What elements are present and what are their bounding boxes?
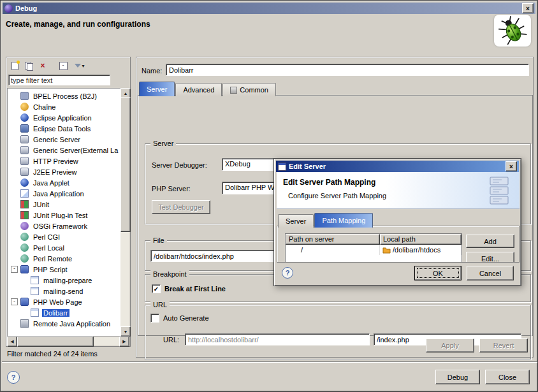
filter-menu-arrow-icon: ▾ — [82, 63, 84, 69]
collapse-all-button[interactable]: - — [57, 60, 69, 72]
tree-item-mailing-prepare[interactable]: mailing-prepare — [8, 275, 129, 286]
remote-java-icon — [20, 319, 29, 328]
server-debugger-label: Server Debugger: — [152, 161, 207, 169]
url-base-input[interactable] — [185, 333, 370, 345]
perl-remote-icon — [20, 254, 29, 263]
add-mapping-button[interactable]: Add — [466, 235, 514, 248]
filter-menu-button[interactable]: ▾ — [71, 60, 89, 72]
eclipse-application-icon — [20, 113, 29, 122]
title-bar[interactable]: Debug × — [3, 3, 535, 14]
configuration-tree: BPEL Process (B2J) Chaîne Eclipse Applic… — [7, 88, 129, 337]
tree-item-php-web-page[interactable]: - PHP Web Page — [8, 296, 129, 307]
column-local-path[interactable]: Local path — [380, 234, 462, 245]
tree-item-php-script[interactable]: - PHP Script — [8, 264, 129, 275]
checkmark-icon: ✓ — [154, 286, 159, 293]
tree-item-java-application[interactable]: Java Application — [8, 188, 129, 199]
edit-server-dialog: Edit Server × Edit Server Path Mapping C… — [273, 158, 521, 286]
tab-advanced[interactable]: Advanced — [175, 83, 222, 96]
tree-item-dolibarr[interactable]: Dolibarr — [8, 307, 129, 318]
http-preview-icon — [20, 157, 29, 165]
tree-item-eclipse-application[interactable]: Eclipse Application — [8, 112, 129, 123]
php-script-icon — [20, 265, 29, 273]
dialog-tab-path-mapping[interactable]: Path Mapping — [314, 213, 373, 228]
configurations-panel: × - ▾ BPEL Process (B2J) Chaîne Eclipse … — [6, 57, 131, 347]
horizontal-scroll-thumb[interactable] — [17, 337, 94, 347]
close-dialog-button[interactable]: × — [505, 161, 517, 171]
tree-item-junit-plugin-test[interactable]: JUnit Plug-in Test — [8, 210, 129, 221]
column-path-on-server[interactable]: Path on server — [286, 234, 380, 245]
php-server-label: PHP Server: — [152, 185, 191, 192]
help-icon: ? — [11, 374, 16, 381]
tree-item-bpel[interactable]: BPEL Process (B2J) — [8, 91, 129, 101]
java-application-icon — [20, 189, 29, 198]
ok-button[interactable]: OK — [414, 266, 462, 280]
new-config-icon — [11, 62, 18, 70]
help-button[interactable]: ? — [7, 371, 20, 384]
debug-configurations-window: Debug × Create, manage, and run configur… — [0, 0, 538, 392]
php-file-icon — [31, 287, 39, 295]
close-button[interactable]: Close — [485, 370, 530, 384]
cancel-button[interactable]: Cancel — [467, 266, 514, 280]
apply-button[interactable]: Apply — [426, 338, 474, 352]
tab-common[interactable]: Common — [222, 83, 276, 96]
tree-item-junit[interactable]: JUnit — [8, 199, 129, 210]
url-label: URL: — [163, 336, 179, 344]
duplicate-configuration-button[interactable] — [22, 60, 35, 72]
auto-generate-checkbox[interactable] — [150, 314, 159, 323]
dialog-subheading: Configure Server Path Mapping — [288, 192, 386, 200]
tree-vertical-scrollbar[interactable]: ▲ ▼ — [120, 88, 129, 337]
dialog-tab-server[interactable]: Server — [278, 214, 314, 228]
common-tab-icon — [230, 87, 237, 94]
tree-item-mailing-send[interactable]: mailing-send — [8, 286, 129, 296]
edit-mapping-button[interactable]: Edit... — [466, 252, 514, 263]
edit-server-window-icon — [278, 163, 286, 171]
tree-item-remote-java-application[interactable]: Remote Java Application — [8, 318, 129, 329]
bug-image-panel — [494, 15, 531, 47]
auto-generate-row: Auto Generate — [150, 314, 209, 323]
delete-configuration-button[interactable]: × — [36, 60, 49, 72]
table-row[interactable]: / /dolibarr/htdocs — [286, 245, 462, 255]
revert-button[interactable]: Revert — [479, 338, 528, 352]
test-debugger-button[interactable]: Test Debugger — [152, 200, 210, 214]
scroll-right-button[interactable]: ▶ — [119, 337, 129, 347]
edit-server-title-bar[interactable]: Edit Server × — [276, 161, 519, 172]
new-configuration-button[interactable] — [8, 60, 21, 72]
debug-button[interactable]: Debug — [435, 370, 480, 384]
server-stack-icon — [489, 176, 511, 205]
auto-generate-label: Auto Generate — [163, 314, 209, 322]
filter-input[interactable] — [8, 75, 110, 85]
j2ee-preview-icon — [20, 168, 29, 176]
osgi-icon — [20, 222, 29, 230]
tree-item-eclipse-data-tools[interactable]: Eclipse Data Tools — [8, 123, 129, 134]
php-file-icon — [31, 276, 39, 284]
configurations-toolbar: × - ▾ — [8, 59, 89, 73]
tree-item-java-applet[interactable]: Java Applet — [8, 177, 129, 188]
chaine-icon — [20, 103, 29, 111]
tree-horizontal-scrollbar[interactable]: ◀ ▶ — [7, 337, 129, 345]
tab-server[interactable]: Server — [139, 82, 175, 96]
tree-item-perl-cgi[interactable]: Perl CGI — [8, 231, 129, 242]
url-group-legend: URL — [150, 300, 170, 309]
tree-item-osgi-framework[interactable]: OSGi Framework — [8, 221, 129, 231]
path-mapping-content: Path on server Local path / /dolibarr/ht… — [277, 226, 520, 263]
tree-item-generic-server-external[interactable]: Generic Server(External La — [8, 145, 129, 156]
bug-icon — [493, 11, 532, 50]
generic-server-icon — [20, 135, 29, 143]
tree-item-j2ee-preview[interactable]: J2EE Preview — [8, 166, 129, 177]
collapse-handle-icon[interactable]: - — [11, 266, 18, 273]
vertical-scroll-thumb[interactable] — [120, 97, 131, 232]
collapse-handle-icon[interactable]: - — [11, 298, 18, 305]
scroll-left-button[interactable]: ◀ — [7, 337, 17, 347]
dialog-heading: Edit Server Path Mapping — [283, 178, 375, 187]
tree-item-chaine[interactable]: Chaîne — [8, 101, 129, 112]
close-window-button[interactable]: × — [522, 3, 534, 13]
name-input[interactable] — [166, 64, 529, 76]
dialog-help-button[interactable]: ? — [282, 267, 293, 279]
scroll-down-button[interactable]: ▼ — [120, 326, 131, 337]
tree-item-generic-server[interactable]: Generic Server — [8, 134, 129, 145]
filter-status: Filter matched 24 of 24 items — [7, 350, 98, 358]
tree-item-http-preview[interactable]: HTTP Preview — [8, 156, 129, 166]
break-first-line-checkbox[interactable]: ✓ — [152, 284, 161, 293]
tree-item-perl-remote[interactable]: Perl Remote — [8, 253, 129, 264]
tree-item-perl-local[interactable]: Perl Local — [8, 242, 129, 253]
